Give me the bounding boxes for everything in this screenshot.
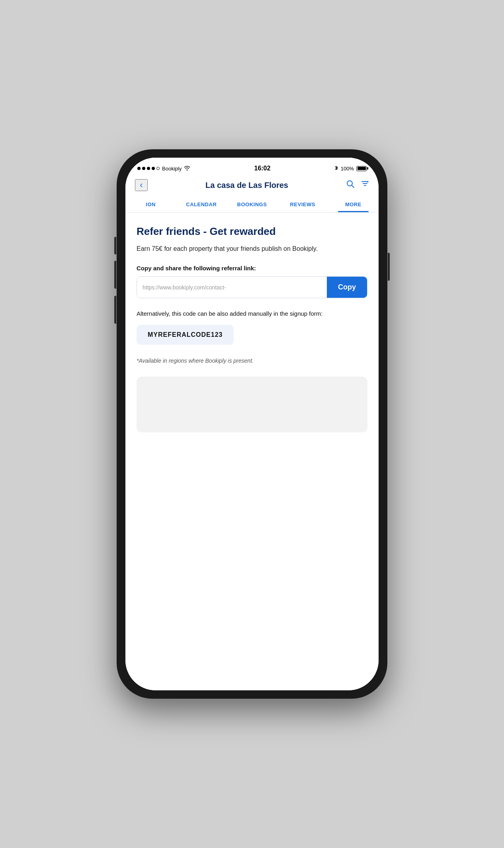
tab-ion[interactable]: ION [125,197,176,212]
tab-bar: ION CALENDAR BOOKINGS REVIEWS MORE [125,197,379,213]
bottom-section [137,377,367,432]
search-icon[interactable] [346,180,355,191]
alt-text: Alternatively, this code can be also add… [137,309,367,318]
tab-reviews[interactable]: REVIEWS [277,197,328,212]
referral-link-row: Copy [137,276,367,298]
wifi-icon [184,165,190,172]
main-content: Refer friends - Get rewarded Earn 75€ fo… [125,213,379,690]
signal-dot-2 [142,167,145,170]
filter-icon[interactable] [361,180,369,190]
power-button [388,253,390,281]
referral-url-input[interactable] [137,277,327,298]
refer-title: Refer friends - Get rewarded [137,225,367,238]
signal-dot-3 [147,167,150,170]
disclaimer-text: *Available in regions where Bookiply is … [137,358,367,364]
volume-down-button [114,296,116,324]
carrier-name: Bookiply [162,166,182,172]
signal-dot-1 [137,167,141,170]
tab-more[interactable]: MORE [328,197,379,212]
referral-code-box: MYREFERALCODE123 [137,325,234,345]
page-title: La casa de Las Flores [152,181,341,190]
status-right: 100% [334,165,367,172]
header-actions [346,180,369,191]
status-left: Bookiply [137,165,190,172]
signal-dot-4 [152,167,155,170]
status-bar: Bookiply 16:02 100% [125,158,379,176]
refer-description: Earn 75€ for each property that your fri… [137,244,367,254]
battery-percentage: 100% [341,166,354,172]
tab-calendar[interactable]: CALENDAR [176,197,227,212]
bluetooth-icon [334,165,338,172]
signal-dot-5 [156,167,160,170]
phone-screen: Bookiply 16:02 100% [125,158,379,690]
tab-bookings[interactable]: BOOKINGS [227,197,277,212]
copy-label: Copy and share the following referral li… [137,265,367,272]
battery-icon [356,166,367,171]
battery-fill [357,167,366,170]
referral-code: MYREFERALCODE123 [148,331,223,338]
header: ‹ La casa de Las Flores [125,176,379,197]
phone-frame: Bookiply 16:02 100% [117,149,387,699]
copy-button[interactable]: Copy [327,277,367,298]
mute-button [114,237,116,254]
volume-up-button [114,261,116,289]
signal-strength [137,167,160,170]
back-button[interactable]: ‹ [135,179,148,191]
status-time: 16:02 [254,165,270,172]
